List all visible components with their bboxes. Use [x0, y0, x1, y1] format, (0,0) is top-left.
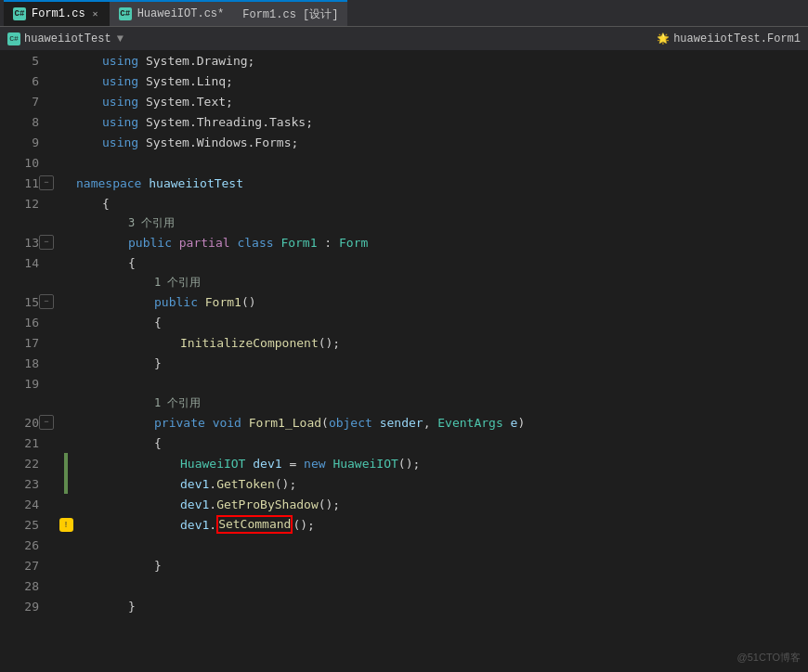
token-kw: public: [154, 295, 198, 309]
code-line: }: [56, 596, 808, 616]
token-ns: huaweiiotTest: [149, 176, 243, 190]
token-plain: (): [241, 295, 256, 309]
line-number: 8: [11, 115, 39, 129]
line-number: 28: [11, 579, 39, 593]
token-ns: dev1: [180, 498, 209, 511]
line-gutter: 567891011−1213−1415−1617181920−212223242…: [0, 50, 56, 672]
code-line: using System.Threading.Tasks;: [56, 111, 808, 132]
breadcrumb-class[interactable]: huaweiiotTest.Form1: [673, 32, 801, 45]
line-indicator: [56, 433, 76, 453]
line-indicator: [56, 111, 76, 132]
no-collapse: [39, 435, 54, 450]
token-type: HuaweiIOT: [180, 457, 245, 471]
token-kw: object: [329, 416, 372, 430]
tab-close-form1cs[interactable]: ✕: [91, 6, 100, 21]
token-plain: ();: [275, 477, 296, 491]
line-number: 11: [11, 176, 39, 190]
breadcrumb-separator: ▼: [117, 32, 124, 45]
collapse-button[interactable]: −: [39, 235, 54, 250]
line-number: 21: [11, 436, 39, 450]
code-line: [56, 152, 808, 173]
line-number: 23: [11, 477, 39, 491]
token-plain: {: [102, 197, 110, 211]
no-collapse: [39, 335, 54, 350]
code-line: }: [56, 353, 808, 373]
token-plain: ();: [293, 518, 314, 532]
ref-count-row: 1 个引用: [56, 273, 808, 291]
code-editor[interactable]: 567891011−1213−1415−1617181920−212223242…: [0, 50, 808, 672]
collapse-button[interactable]: −: [39, 415, 54, 430]
code-line: using System.Text;: [56, 91, 808, 111]
no-collapse: [39, 155, 54, 170]
no-collapse: [39, 376, 54, 391]
token-kw: private: [154, 416, 205, 430]
line-indicator: [56, 453, 76, 473]
token-kw: class: [237, 236, 273, 250]
token-ns: dev1: [180, 518, 209, 532]
highlighted-method-wrapper: SetCommand: [216, 515, 293, 534]
token-kw: using: [102, 95, 138, 109]
no-collapse: [39, 599, 54, 614]
collapse-button[interactable]: −: [39, 294, 54, 309]
tab-icon-huaweiiotcs: C#: [119, 7, 132, 20]
token-type: Form: [339, 236, 368, 250]
token-plain: ,: [424, 416, 438, 430]
token-plain: [241, 416, 249, 430]
line-indicator: [56, 473, 76, 494]
code-line: InitializeComponent();: [56, 332, 808, 353]
code-line: }: [56, 555, 808, 575]
token-plain: }: [154, 356, 162, 370]
token-kw: using: [102, 54, 138, 68]
token-plain: [372, 416, 380, 430]
ref-count-text: 3 个引用: [128, 215, 175, 231]
token-plain: }: [128, 600, 136, 614]
line-number: 6: [11, 74, 39, 88]
breadcrumb-project-icon: C#: [7, 32, 20, 45]
code-line: namespace huaweiiotTest: [56, 173, 808, 193]
code-line: using System.Linq;: [56, 71, 808, 91]
code-line: {: [56, 193, 808, 213]
token-plain: [230, 236, 238, 250]
tab-huaweiiotcs[interactable]: C# HuaweiIOT.cs*: [110, 0, 234, 26]
tab-label-huaweiiotcs: HuaweiIOT.cs*: [137, 7, 225, 20]
line-indicator: !: [56, 514, 76, 535]
token-plain: {: [154, 436, 162, 450]
token-plain: [503, 416, 511, 430]
token-plain: [205, 416, 213, 430]
line-number: 25: [11, 518, 39, 532]
no-collapse: [39, 578, 54, 593]
line-number: 16: [11, 316, 39, 330]
token-method-name: InitializeComponent: [180, 336, 319, 350]
collapse-button[interactable]: −: [39, 175, 54, 190]
code-line: using System.Windows.Forms;: [56, 132, 808, 152]
token-method-name: Form1_Load: [249, 416, 321, 430]
token-plain: :: [318, 236, 339, 250]
token-plain: ();: [319, 498, 340, 511]
token-kw: new: [304, 457, 325, 471]
code-line: dev1.GetToken();: [56, 473, 808, 494]
code-line: public partial class Form1 : Form: [56, 232, 808, 252]
tab-form1cs[interactable]: C# Form1.cs ✕: [4, 0, 110, 26]
yellow-light-indicator[interactable]: !: [59, 518, 73, 532]
tab-form1designer[interactable]: Form1.cs [设计]: [233, 0, 347, 26]
token-plain: System.Threading.Tasks;: [138, 115, 313, 129]
line-indicator: [56, 494, 76, 514]
token-plain: System.Text;: [138, 95, 233, 109]
line-indicator: [56, 252, 76, 273]
line-indicator: [56, 193, 76, 213]
token-plain: System.Windows.Forms;: [138, 136, 298, 149]
token-plain: [141, 176, 149, 190]
token-plain: [245, 457, 253, 471]
token-method-name: Form1: [205, 295, 241, 309]
ref-count-text: 1 个引用: [154, 275, 201, 291]
token-method-name: GetToken: [216, 477, 275, 491]
token-method-name: GetProByShadow: [216, 498, 319, 511]
token-kw: using: [102, 74, 138, 88]
line-indicator: [56, 173, 76, 193]
no-collapse: [39, 196, 54, 211]
breadcrumb-project[interactable]: huaweiiotTest: [24, 32, 111, 45]
token-plain: [274, 236, 281, 250]
line-number: 29: [11, 600, 39, 614]
code-line: HuaweiIOT dev1 = new HuaweiIOT();: [56, 453, 808, 473]
token-kw: using: [102, 115, 138, 129]
